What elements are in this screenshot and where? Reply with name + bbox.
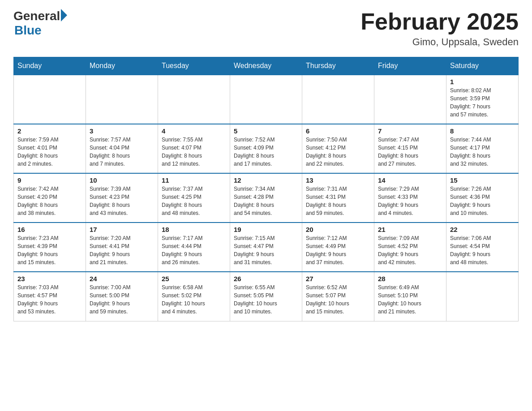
calendar-cell: 14Sunrise: 7:29 AM Sunset: 4:33 PM Dayli… [374, 173, 446, 223]
day-number: 24 [90, 275, 154, 283]
day-number: 25 [162, 275, 226, 283]
week-row-2: 2Sunrise: 7:59 AM Sunset: 4:01 PM Daylig… [14, 124, 519, 173]
week-row-3: 9Sunrise: 7:42 AM Sunset: 4:20 PM Daylig… [14, 173, 519, 223]
calendar-cell [374, 75, 446, 124]
day-info: Sunrise: 7:15 AM Sunset: 4:47 PM Dayligh… [234, 234, 298, 266]
calendar-cell: 22Sunrise: 7:06 AM Sunset: 4:54 PM Dayli… [446, 223, 519, 272]
day-info: Sunrise: 7:03 AM Sunset: 4:57 PM Dayligh… [17, 283, 82, 316]
day-info: Sunrise: 7:50 AM Sunset: 4:12 PM Dayligh… [306, 136, 370, 168]
day-info: Sunrise: 7:44 AM Sunset: 4:17 PM Dayligh… [450, 136, 515, 168]
logo: General Blue [13, 9, 67, 38]
day-number: 18 [162, 226, 226, 233]
calendar-cell: 5Sunrise: 7:52 AM Sunset: 4:09 PM Daylig… [230, 124, 302, 173]
day-number: 17 [90, 226, 154, 233]
calendar-cell [230, 75, 302, 124]
day-info: Sunrise: 6:49 AM Sunset: 5:10 PM Dayligh… [378, 283, 442, 316]
location: Gimo, Uppsala, Sweden [360, 36, 519, 48]
day-info: Sunrise: 7:20 AM Sunset: 4:41 PM Dayligh… [90, 234, 154, 266]
day-info: Sunrise: 7:00 AM Sunset: 5:00 PM Dayligh… [90, 283, 154, 316]
day-number: 21 [378, 226, 442, 233]
day-info: Sunrise: 7:52 AM Sunset: 4:09 PM Dayligh… [234, 136, 298, 168]
calendar-cell [446, 272, 519, 321]
day-number: 22 [450, 226, 515, 233]
day-number: 9 [17, 176, 82, 184]
calendar-cell: 12Sunrise: 7:34 AM Sunset: 4:28 PM Dayli… [230, 173, 302, 223]
day-number: 14 [378, 176, 442, 184]
day-info: Sunrise: 7:37 AM Sunset: 4:25 PM Dayligh… [162, 185, 226, 217]
day-of-week-thursday: Thursday [302, 57, 374, 75]
calendar-cell: 2Sunrise: 7:59 AM Sunset: 4:01 PM Daylig… [14, 124, 86, 173]
calendar-cell: 11Sunrise: 7:37 AM Sunset: 4:25 PM Dayli… [158, 173, 230, 223]
calendar-cell: 18Sunrise: 7:17 AM Sunset: 4:44 PM Dayli… [158, 223, 230, 272]
calendar-cell: 26Sunrise: 6:55 AM Sunset: 5:05 PM Dayli… [230, 272, 302, 321]
day-info: Sunrise: 7:42 AM Sunset: 4:20 PM Dayligh… [17, 185, 82, 217]
day-info: Sunrise: 6:52 AM Sunset: 5:07 PM Dayligh… [306, 283, 370, 316]
calendar-cell: 16Sunrise: 7:23 AM Sunset: 4:39 PM Dayli… [14, 223, 86, 272]
day-info: Sunrise: 7:34 AM Sunset: 4:28 PM Dayligh… [234, 185, 298, 217]
calendar-cell: 28Sunrise: 6:49 AM Sunset: 5:10 PM Dayli… [374, 272, 446, 321]
day-of-week-friday: Friday [374, 57, 446, 75]
calendar-cell: 19Sunrise: 7:15 AM Sunset: 4:47 PM Dayli… [230, 223, 302, 272]
week-row-1: 1Sunrise: 8:02 AM Sunset: 3:59 PM Daylig… [14, 75, 519, 124]
calendar-cell: 4Sunrise: 7:55 AM Sunset: 4:07 PM Daylig… [158, 124, 230, 173]
day-of-week-sunday: Sunday [14, 57, 86, 75]
day-info: Sunrise: 6:58 AM Sunset: 5:02 PM Dayligh… [162, 283, 226, 316]
day-info: Sunrise: 7:12 AM Sunset: 4:49 PM Dayligh… [306, 234, 370, 266]
month-title: February 2025 [360, 9, 519, 34]
calendar-cell: 6Sunrise: 7:50 AM Sunset: 4:12 PM Daylig… [302, 124, 374, 173]
calendar-cell: 3Sunrise: 7:57 AM Sunset: 4:04 PM Daylig… [86, 124, 158, 173]
logo-blue-text: Blue [14, 23, 42, 38]
day-info: Sunrise: 7:47 AM Sunset: 4:15 PM Dayligh… [378, 136, 442, 168]
day-of-week-saturday: Saturday [446, 57, 519, 75]
day-info: Sunrise: 7:39 AM Sunset: 4:23 PM Dayligh… [90, 185, 154, 217]
day-info: Sunrise: 7:57 AM Sunset: 4:04 PM Dayligh… [90, 136, 154, 168]
calendar-header: SundayMondayTuesdayWednesdayThursdayFrid… [14, 57, 519, 75]
calendar-cell [86, 75, 158, 124]
day-info: Sunrise: 7:06 AM Sunset: 4:54 PM Dayligh… [450, 234, 515, 266]
calendar-cell: 21Sunrise: 7:09 AM Sunset: 4:52 PM Dayli… [374, 223, 446, 272]
calendar-cell: 10Sunrise: 7:39 AM Sunset: 4:23 PM Dayli… [86, 173, 158, 223]
calendar-cell: 23Sunrise: 7:03 AM Sunset: 4:57 PM Dayli… [14, 272, 86, 321]
calendar-cell: 24Sunrise: 7:00 AM Sunset: 5:00 PM Dayli… [86, 272, 158, 321]
day-number: 28 [378, 275, 442, 283]
day-number: 12 [234, 176, 298, 184]
week-row-4: 16Sunrise: 7:23 AM Sunset: 4:39 PM Dayli… [14, 223, 519, 272]
day-number: 26 [234, 275, 298, 283]
logo-general-text: General [13, 9, 60, 23]
day-info: Sunrise: 7:31 AM Sunset: 4:31 PM Dayligh… [306, 185, 370, 217]
day-info: Sunrise: 7:59 AM Sunset: 4:01 PM Dayligh… [17, 136, 82, 168]
page-header: General Blue February 2025 Gimo, Uppsala… [13, 9, 519, 48]
title-area: February 2025 Gimo, Uppsala, Sweden [360, 9, 519, 48]
day-number: 2 [17, 127, 82, 135]
day-number: 6 [306, 127, 370, 135]
calendar-cell: 25Sunrise: 6:58 AM Sunset: 5:02 PM Dayli… [158, 272, 230, 321]
day-info: Sunrise: 7:09 AM Sunset: 4:52 PM Dayligh… [378, 234, 442, 266]
calendar-cell: 13Sunrise: 7:31 AM Sunset: 4:31 PM Dayli… [302, 173, 374, 223]
calendar-body: 1Sunrise: 8:02 AM Sunset: 3:59 PM Daylig… [14, 75, 519, 321]
day-number: 3 [90, 127, 154, 135]
day-info: Sunrise: 7:17 AM Sunset: 4:44 PM Dayligh… [162, 234, 226, 266]
day-number: 1 [450, 78, 515, 86]
day-of-week-tuesday: Tuesday [158, 57, 230, 75]
day-of-week-monday: Monday [86, 57, 158, 75]
day-info: Sunrise: 7:55 AM Sunset: 4:07 PM Dayligh… [162, 136, 226, 168]
day-number: 10 [90, 176, 154, 184]
calendar-cell [302, 75, 374, 124]
day-info: Sunrise: 7:23 AM Sunset: 4:39 PM Dayligh… [17, 234, 82, 266]
day-number: 13 [306, 176, 370, 184]
logo-arrow-icon [61, 9, 67, 21]
week-row-5: 23Sunrise: 7:03 AM Sunset: 4:57 PM Dayli… [14, 272, 519, 321]
calendar-cell: 9Sunrise: 7:42 AM Sunset: 4:20 PM Daylig… [14, 173, 86, 223]
calendar-cell: 8Sunrise: 7:44 AM Sunset: 4:17 PM Daylig… [446, 124, 519, 173]
day-number: 27 [306, 275, 370, 283]
day-number: 20 [306, 226, 370, 233]
days-of-week-row: SundayMondayTuesdayWednesdayThursdayFrid… [14, 57, 519, 75]
calendar-cell: 7Sunrise: 7:47 AM Sunset: 4:15 PM Daylig… [374, 124, 446, 173]
calendar-cell: 27Sunrise: 6:52 AM Sunset: 5:07 PM Dayli… [302, 272, 374, 321]
calendar-cell: 17Sunrise: 7:20 AM Sunset: 4:41 PM Dayli… [86, 223, 158, 272]
day-number: 23 [17, 275, 82, 283]
day-number: 11 [162, 176, 226, 184]
day-number: 19 [234, 226, 298, 233]
day-number: 4 [162, 127, 226, 135]
day-info: Sunrise: 8:02 AM Sunset: 3:59 PM Dayligh… [450, 86, 515, 119]
